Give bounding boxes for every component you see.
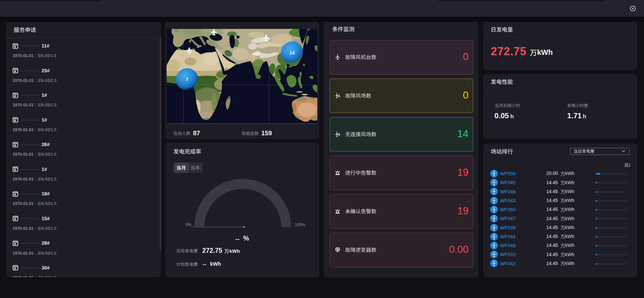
svg-text:7: 7 [186,77,189,82]
svg-text:14: 14 [290,50,295,56]
